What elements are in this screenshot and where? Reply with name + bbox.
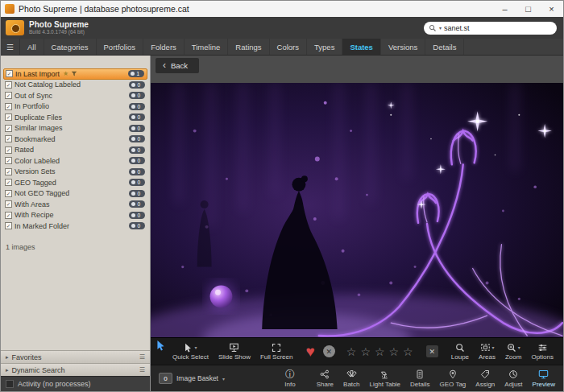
label-checkbox-icon[interactable]: ✓	[5, 135, 12, 142]
areas-button[interactable]: ▾ Areas	[474, 341, 500, 361]
search-input[interactable]	[444, 24, 533, 32]
activity-status-bar[interactable]: Activity (no processes)	[1, 376, 150, 391]
zoom-button[interactable]: ▾ Zoom	[500, 341, 526, 361]
tab-timeline[interactable]: Timeline	[185, 39, 229, 55]
count-badge: 0	[129, 179, 145, 186]
maximize-button[interactable]: □	[516, 1, 540, 17]
label-checkbox-icon[interactable]: ✓	[5, 190, 12, 197]
tab-types[interactable]: Types	[307, 39, 342, 55]
details-label: Details	[410, 381, 429, 388]
label-checkbox-icon[interactable]: ✓	[5, 125, 12, 132]
bottom-toolbar: 0 Image Basket ▾ ⓘ Info	[151, 365, 563, 391]
filter-item[interactable]: ✓ In Marked Folder 0	[3, 221, 147, 232]
chevron-down-icon[interactable]: ▾	[222, 376, 225, 382]
label-checkbox-icon[interactable]: ✓	[5, 168, 12, 175]
label-checkbox-icon[interactable]: ✓	[5, 92, 12, 99]
artwork-image[interactable]	[151, 83, 563, 337]
image-basket-icon: 0	[159, 373, 172, 384]
preview-monitor-icon	[538, 369, 549, 379]
loupe-button[interactable]: Loupe	[446, 341, 474, 361]
preview-button[interactable]: Preview	[528, 369, 560, 389]
states-sidebar: ✓ In Last Import ★ 1 ✓ Not Catalog Label…	[1, 56, 151, 391]
full-screen-button[interactable]: Full Screen	[255, 341, 297, 361]
tab-portfolios[interactable]: Portfolios	[97, 39, 144, 55]
filter-item[interactable]: ✓ In Last Import ★ 1	[3, 68, 147, 80]
label-checkbox-icon[interactable]: ✓	[5, 103, 12, 110]
close-button[interactable]: ×	[540, 1, 563, 17]
geo-tag-button[interactable]: GEO Tag	[435, 369, 471, 389]
count-badge: 0	[129, 222, 145, 229]
share-button[interactable]: Share	[312, 369, 338, 389]
light-table-button[interactable]: Light Table	[365, 369, 406, 389]
label-checkbox-icon[interactable]: ✓	[5, 81, 12, 89]
batch-button[interactable]: Batch	[338, 369, 364, 389]
label-checkbox-icon[interactable]: ✓	[5, 113, 12, 121]
app-identity: Photo Supreme Build 4.3.0.1749 (64 bit)	[29, 21, 89, 35]
quick-select-button[interactable]: ▾ Quick Select	[168, 341, 214, 361]
image-basket-button[interactable]: 0 Image Basket ▾	[154, 373, 230, 384]
dynamic-search-panel-header[interactable]: ▸ Dynamic Search ☰	[1, 363, 150, 376]
options-button[interactable]: Options	[526, 341, 558, 361]
rating-star-icon[interactable]: ☆	[375, 345, 385, 358]
clear-rating-icon[interactable]: ✕	[426, 345, 438, 357]
slide-show-button[interactable]: Slide Show	[214, 341, 255, 361]
light-table-label: Light Table	[370, 381, 401, 388]
label-checkbox-icon[interactable]: ✓	[5, 200, 12, 208]
tab-categories[interactable]: Categories	[44, 39, 97, 55]
rating-star-icon[interactable]: ☆	[346, 345, 357, 358]
app-header: Photo Supreme Build 4.3.0.1749 (64 bit) …	[1, 17, 563, 39]
panel-menu-icon[interactable]: ☰	[139, 353, 145, 361]
share-icon	[320, 369, 330, 379]
select-cursor-icon[interactable]	[156, 338, 166, 351]
info-button[interactable]: ⓘ Info	[280, 369, 300, 389]
tab-ratings[interactable]: Ratings	[228, 39, 269, 55]
filter-item[interactable]: ✓ Color Labeled 0	[3, 155, 147, 167]
filter-item[interactable]: ✓ Rated 0	[3, 145, 147, 156]
hamburger-menu-icon[interactable]: ☰	[1, 39, 20, 55]
adjust-button[interactable]: Adjust	[500, 369, 527, 389]
filter-item[interactable]: ✓ Version Sets 0	[3, 167, 147, 178]
label-checkbox-icon[interactable]: ✓	[5, 212, 12, 219]
minimize-button[interactable]: –	[493, 1, 516, 17]
tab-colors[interactable]: Colors	[270, 39, 307, 55]
rating-star-icon[interactable]: ☆	[389, 345, 400, 358]
search-scope-chevron-icon[interactable]: ▾	[439, 25, 442, 31]
label-checkbox-icon[interactable]: ✓	[5, 146, 12, 154]
rating-star-icon[interactable]: ☆	[360, 345, 371, 358]
tab-details[interactable]: Details	[425, 39, 464, 55]
count-badge: 0	[129, 92, 145, 99]
assign-button[interactable]: Assign	[471, 369, 500, 389]
filter-item[interactable]: ✓ Not GEO Tagged 0	[3, 188, 147, 200]
filter-item[interactable]: ✓ With Areas 0	[3, 199, 147, 210]
tab-versions[interactable]: Versions	[381, 39, 425, 55]
panel-menu-icon[interactable]: ☰	[139, 366, 145, 373]
tab-all[interactable]: All	[20, 39, 44, 55]
label-checkbox-icon[interactable]: ✓	[5, 222, 12, 229]
tab-folders[interactable]: Folders	[143, 39, 185, 55]
label-checkbox-icon[interactable]: ✓	[6, 70, 13, 77]
favorites-panel-header[interactable]: ▸ Favorites ☰	[1, 350, 150, 363]
filter-item[interactable]: ✓ Out of Sync 0	[3, 90, 147, 101]
back-button[interactable]: ‹ Back	[156, 58, 199, 73]
state-filter-list: ✓ In Last Import ★ 1 ✓ Not Catalog Label…	[1, 56, 150, 232]
options-label: Options	[531, 353, 554, 361]
search-box[interactable]: ▾	[424, 22, 557, 35]
filter-item[interactable]: ✓ Bookmarked 0	[3, 134, 147, 145]
filter-label: Similar Images	[15, 124, 63, 132]
rating-star-icon[interactable]: ☆	[403, 345, 413, 358]
tab-states[interactable]: States	[342, 39, 381, 55]
filter-item[interactable]: ✓ Not Catalog Labeled 0	[3, 80, 147, 91]
filter-label: Out of Sync	[15, 92, 52, 100]
filter-item[interactable]: ✓ With Recipe 0	[3, 210, 147, 221]
label-checkbox-icon[interactable]: ✓	[5, 179, 12, 186]
filter-item[interactable]: ✓ Duplicate Files 0	[3, 112, 147, 123]
favorite-heart-icon[interactable]: ♥	[306, 344, 315, 359]
reject-circle-x-icon[interactable]: ✕	[323, 345, 335, 357]
chevron-down-icon: ▾	[194, 345, 197, 350]
filter-item[interactable]: ✓ Similar Images 0	[3, 123, 147, 134]
filter-item[interactable]: ✓ GEO Tagged 0	[3, 177, 147, 188]
filter-item[interactable]: ✓ In Portfolio 0	[3, 101, 147, 113]
assign-tag-icon	[480, 369, 490, 379]
details-button[interactable]: Details	[405, 369, 434, 389]
label-checkbox-icon[interactable]: ✓	[5, 157, 12, 164]
